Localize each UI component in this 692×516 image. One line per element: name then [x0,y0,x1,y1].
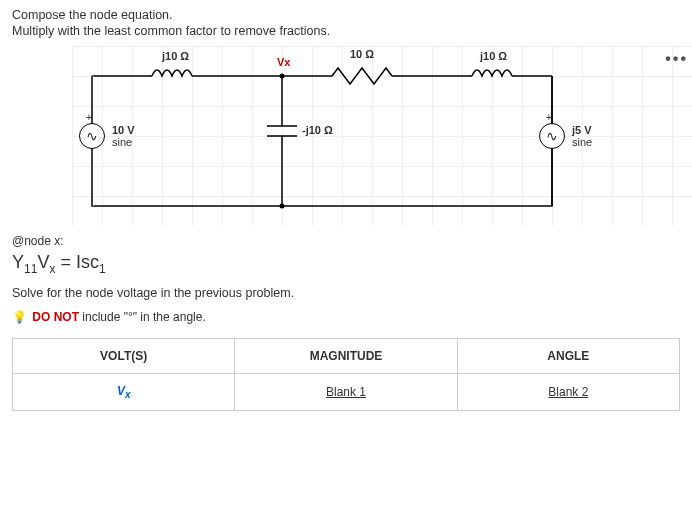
answer-table: VOLT(S) MAGNITUDE ANGLE Vx Blank 1 Blank… [12,338,680,411]
donot-rest: include "°" in the angle. [79,310,206,324]
cell-magnitude[interactable]: Blank 1 [235,373,457,410]
label-src-left-type: sine [112,136,132,148]
bulb-icon: 💡 [12,310,27,324]
label-cap: -j10 Ω [302,124,333,136]
th-magnitude: MAGNITUDE [235,338,457,373]
th-volts: VOLT(S) [13,338,235,373]
plus-left: + [86,112,92,123]
label-src-right-v: j5 V [572,124,592,136]
table-row: Vx Blank 1 Blank 2 [13,373,680,410]
instruction-line-2: Multiply with the least common factor to… [12,24,680,38]
source-left-icon [79,123,105,149]
solve-instruction: Solve for the node voltage in the previo… [12,286,680,300]
donot-bold: DO NOT [32,310,79,324]
cell-angle[interactable]: Blank 2 [457,373,679,410]
blank-2[interactable]: Blank 2 [548,385,588,399]
label-src-left-v: 10 V [112,124,135,136]
instruction-line-1: Compose the node equation. [12,8,680,22]
label-src-right-type: sine [572,136,592,148]
donot-warning: 💡 DO NOT include "°" in the angle. [12,310,680,324]
svg-point-1 [280,204,285,209]
cell-volts: Vx [13,373,235,410]
circuit-diagram: ••• j10 Ω Vx 10 Ω j10 [72,46,692,226]
vx-symbol: Vx [117,384,131,398]
plus-right: + [546,112,552,123]
source-right-icon [539,123,565,149]
label-vx: Vx [277,56,290,68]
blank-1[interactable]: Blank 1 [326,385,366,399]
node-label: @node x: [12,234,680,248]
table-header-row: VOLT(S) MAGNITUDE ANGLE [13,338,680,373]
label-10ohm: 10 Ω [350,48,374,60]
equation: Y11Vx = Isc1 [12,252,680,276]
th-angle: ANGLE [457,338,679,373]
label-j10-right: j10 Ω [480,50,507,62]
label-j10-left: j10 Ω [162,50,189,62]
circuit-wires [72,46,692,226]
